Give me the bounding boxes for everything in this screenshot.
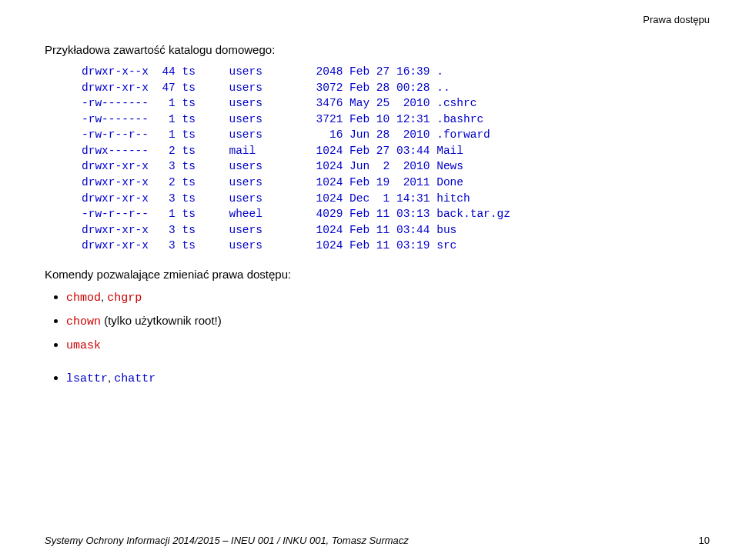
cmd-umask: umask bbox=[66, 339, 101, 352]
page-footer: Systemy Ochrony Informacji 2014/2015 – I… bbox=[45, 535, 710, 546]
cmd-chown: chown bbox=[66, 315, 101, 328]
bullet-list: chmod, chgrp chown (tylko użytkownik roo… bbox=[45, 290, 694, 385]
footer-left: Systemy Ochrony Informacji 2014/2015 – I… bbox=[45, 535, 409, 546]
chown-note: (tylko użytkownik root!) bbox=[104, 314, 222, 327]
cmd-chattr: chattr bbox=[114, 372, 155, 385]
cmd-chgrp: chgrp bbox=[107, 292, 142, 305]
bullet-lsattr-chattr: lsattr, chattr bbox=[66, 371, 694, 385]
directory-listing: drwxr-x--x 44 ts users 2048 Feb 27 16:39… bbox=[82, 64, 694, 254]
intro-paragraph: Przykładowa zawartość katalogu domowego: bbox=[45, 43, 694, 56]
cmd-chmod: chmod bbox=[66, 292, 101, 305]
page-header-right: Prawa dostępu bbox=[643, 14, 710, 25]
cmd-lsattr: lsattr bbox=[66, 372, 108, 385]
commands-intro: Komendy pozwalające zmieniać prawa dostę… bbox=[45, 268, 694, 281]
footer-page-number: 10 bbox=[699, 535, 710, 546]
bullet-chmod-chgrp: chmod, chgrp bbox=[66, 290, 694, 305]
bullet-umask: umask bbox=[66, 338, 694, 352]
bullet-chown: chown (tylko użytkownik root!) bbox=[66, 314, 694, 328]
page: Prawa dostępu Przykładowa zawartość kata… bbox=[0, 0, 739, 560]
